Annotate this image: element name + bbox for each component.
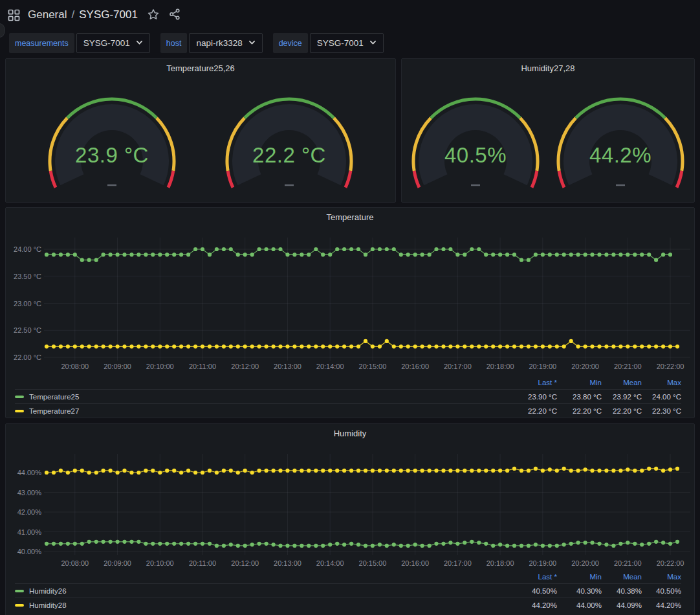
- svg-text:20:18:00: 20:18:00: [487, 363, 514, 370]
- svg-text:20:22:00: 20:22:00: [657, 363, 684, 370]
- variables-bar: measurements SYSG-7001 host napi-rk3328 …: [9, 33, 384, 53]
- stat-max: 22.30 °C: [642, 407, 681, 415]
- gauge-arc: [41, 86, 183, 192]
- apps-grid-icon[interactable]: [8, 9, 20, 21]
- svg-text:20:13:00: 20:13:00: [274, 559, 301, 567]
- svg-text:20:22:00: 20:22:00: [657, 559, 684, 567]
- svg-text:20:17:00: 20:17:00: [444, 363, 472, 370]
- stat-last: 23.90 °C: [498, 393, 557, 401]
- star-icon: [148, 8, 159, 22]
- stat-last: 44.20%: [498, 601, 557, 609]
- variable-select-device[interactable]: SYSG-7001: [310, 33, 384, 53]
- legend-col-mean[interactable]: Mean: [602, 379, 642, 386]
- panel-title[interactable]: Humidity: [6, 424, 694, 442]
- svg-text:20:20:00: 20:20:00: [571, 363, 599, 370]
- panel-title[interactable]: Temperature25,26: [6, 59, 395, 77]
- stat-max: 44.20%: [642, 601, 681, 609]
- svg-text:20:10:00: 20:10:00: [146, 363, 174, 370]
- series-name[interactable]: Humidity28: [29, 601, 67, 609]
- series-name[interactable]: Temperature27: [29, 407, 79, 415]
- stat-min: 22.20 °C: [557, 407, 602, 415]
- legend-col-last[interactable]: Last *: [498, 379, 557, 386]
- panel-title[interactable]: Temperature: [6, 208, 694, 226]
- svg-text:20:21:00: 20:21:00: [614, 363, 642, 370]
- svg-text:20:12:00: 20:12:00: [231, 363, 259, 370]
- variable-select-host[interactable]: napi-rk3328: [189, 33, 262, 53]
- svg-text:20:08:00: 20:08:00: [61, 559, 89, 567]
- svg-text:20:16:00: 20:16:00: [401, 559, 429, 567]
- gauge-value: 44.2%: [549, 143, 692, 168]
- svg-text:20:21:00: 20:21:00: [614, 559, 642, 567]
- svg-text:44.00%: 44.00%: [17, 469, 42, 476]
- gauge-temperature26: 22.2 °C: [218, 86, 360, 192]
- svg-text:42.00%: 42.00%: [17, 508, 42, 516]
- breadcrumb-folder[interactable]: General: [28, 8, 67, 21]
- svg-text:20:19:00: 20:19:00: [529, 363, 556, 370]
- gauge-humidity27: 40.5%: [404, 86, 547, 192]
- legend-col-mean[interactable]: Mean: [602, 573, 642, 581]
- panel-temperature-chart: Temperature 20:08:0020:09:0020:10:0020:1…: [5, 207, 695, 418]
- share-icon: [169, 8, 180, 22]
- gauge-value: 22.2 °C: [218, 143, 360, 168]
- svg-text:41.00%: 41.00%: [17, 528, 42, 536]
- variable-label-device: device: [273, 33, 308, 53]
- chevron-down-icon: [136, 38, 143, 48]
- star-button[interactable]: [148, 8, 159, 22]
- svg-text:20:13:00: 20:13:00: [274, 363, 301, 370]
- svg-text:23.00 °C: 23.00 °C: [14, 300, 41, 308]
- svg-text:24.00 °C: 24.00 °C: [14, 245, 41, 253]
- stat-mean: 23.92 °C: [602, 393, 642, 401]
- panel-humidity-chart: Humidity 20:08:0020:09:0020:10:0020:11:0…: [5, 423, 695, 615]
- gauge-temperature25: 23.9 °C: [41, 86, 183, 192]
- svg-text:20:17:00: 20:17:00: [444, 559, 472, 567]
- series-name[interactable]: Temperature25: [29, 393, 79, 401]
- svg-text:20:14:00: 20:14:00: [316, 363, 344, 370]
- svg-text:20:08:00: 20:08:00: [61, 363, 89, 370]
- series-swatch: [15, 590, 24, 592]
- svg-text:20:11:00: 20:11:00: [189, 559, 216, 567]
- gauge-arc: [404, 86, 547, 192]
- svg-text:20:12:00: 20:12:00: [231, 559, 259, 567]
- variable-measurements: measurements SYSG-7001: [9, 33, 150, 53]
- stat-max: 40.50%: [642, 587, 681, 595]
- stat-min: 44.00%: [557, 601, 602, 609]
- share-button[interactable]: [169, 8, 180, 22]
- time-series-plot[interactable]: 20:08:0020:09:0020:10:0020:11:0020:12:00…: [6, 442, 694, 570]
- stat-mean: 40.38%: [602, 587, 642, 595]
- stat-min: 40.30%: [557, 587, 602, 595]
- gauge-arc: [549, 86, 692, 192]
- legend-table: Last * Min Mean Max Temperature25 23.90 …: [6, 376, 694, 418]
- variable-device: device SYSG-7001: [273, 33, 384, 53]
- time-series-plot[interactable]: 20:08:0020:09:0020:10:0020:11:0020:12:00…: [6, 226, 694, 376]
- panel-title[interactable]: Humidity27,28: [402, 59, 694, 77]
- legend-row: Temperature27 22.20 °C 22.20 °C 22.20 °C…: [15, 403, 681, 418]
- panel-temperature-gauges: Temperature25,26 23.9 °C 22.2 °C: [5, 58, 396, 203]
- breadcrumb-dashboard[interactable]: SYSG-7001: [79, 8, 138, 21]
- gauge-arc: [218, 86, 360, 192]
- svg-text:20:15:00: 20:15:00: [359, 363, 387, 370]
- legend-col-max[interactable]: Max: [642, 573, 681, 581]
- gauge-group: 40.5% 44.2%: [402, 86, 694, 192]
- legend-col-last[interactable]: Last *: [498, 573, 557, 581]
- legend-header: Last * Min Mean Max: [15, 570, 681, 583]
- gauge-value: 23.9 °C: [41, 143, 183, 168]
- svg-text:20:14:00: 20:14:00: [316, 559, 344, 567]
- svg-text:20:09:00: 20:09:00: [104, 363, 131, 370]
- series-swatch: [15, 410, 24, 412]
- legend-col-min[interactable]: Min: [557, 379, 602, 386]
- series-swatch: [15, 396, 24, 398]
- gauge-humidity28: 44.2%: [549, 86, 692, 192]
- svg-text:20:15:00: 20:15:00: [359, 559, 387, 567]
- legend-col-min[interactable]: Min: [557, 573, 602, 581]
- chevron-down-icon: [369, 38, 377, 48]
- legend-row: Temperature25 23.90 °C 23.80 °C 23.92 °C…: [15, 389, 681, 403]
- legend-col-max[interactable]: Max: [642, 379, 681, 386]
- breadcrumb-separator: /: [71, 8, 74, 21]
- panel-humidity-gauges: Humidity27,28 40.5% 44.2%: [401, 58, 695, 203]
- variable-select-measurements[interactable]: SYSG-7001: [76, 33, 150, 53]
- series-name[interactable]: Humidity26: [29, 587, 67, 595]
- stat-min: 23.80 °C: [557, 393, 602, 401]
- svg-text:22.50 °C: 22.50 °C: [14, 326, 41, 334]
- svg-text:20:10:00: 20:10:00: [146, 559, 174, 567]
- svg-text:20:11:00: 20:11:00: [189, 363, 216, 370]
